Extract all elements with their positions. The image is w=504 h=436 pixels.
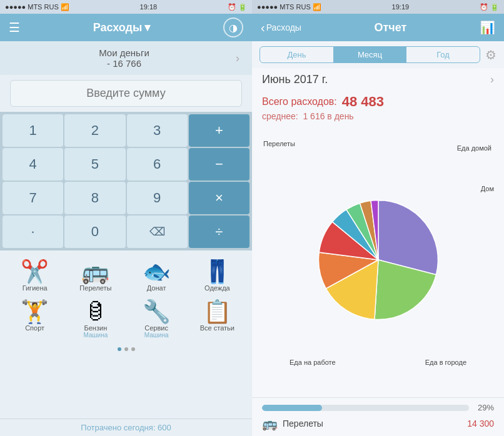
- clock-button[interactable]: ◑: [223, 17, 243, 37]
- numpad-btn-8[interactable]: 8: [64, 182, 125, 214]
- alarm-icon: ⏰: [228, 3, 236, 11]
- time-left: 19:18: [140, 3, 158, 11]
- spent-today: Потрачено сегодня: 600: [10, 423, 242, 432]
- back-button[interactable]: ‹ Расходы: [261, 21, 301, 35]
- categories-section: ✂️ Гигиена 🚌 Перелеты 🐟 Донат 👖 Одежда 🏋…: [0, 250, 252, 419]
- label-perelets: Перелеты: [263, 140, 295, 147]
- avg-amount: 1 616 в день: [303, 111, 353, 121]
- balance-section[interactable]: Мои деньги - 16 766 ›: [0, 41, 252, 75]
- numpad-btn-⌫[interactable]: ⌫: [127, 216, 188, 248]
- menu-icon[interactable]: ☰: [9, 20, 20, 35]
- status-bar-right: ●●●●● MTS RUS 📶 19:19 ⏰ 🔋: [252, 0, 504, 14]
- carrier-left: MTS RUS: [28, 3, 59, 11]
- tabs-bar: ДеньМесяцГод ⚙: [252, 41, 504, 68]
- category-item-Спорт[interactable]: 🏋 Спорт: [5, 297, 64, 342]
- balance-line1: Мои деньги: [13, 47, 236, 58]
- category-item-Одежда[interactable]: 👖 Одежда: [188, 257, 247, 295]
- category-item-Донат[interactable]: 🐟 Донат: [127, 257, 186, 295]
- category-item-Перелеты[interactable]: 🚌 Перелеты: [66, 257, 125, 295]
- label-eda-rabota: Еда на работе: [290, 359, 336, 366]
- legend-label: Перелеты: [283, 419, 462, 429]
- label-eda-domoy: Еда домой: [457, 144, 491, 152]
- tab-день[interactable]: День: [260, 47, 333, 62]
- legend-bus-icon: 🚌: [262, 416, 278, 431]
- categories-grid: ✂️ Гигиена 🚌 Перелеты 🐟 Донат 👖 Одежда 🏋…: [0, 254, 252, 345]
- wifi-icon-right: 📶: [313, 3, 321, 11]
- avg-row: среднее: 1 616 в день: [262, 111, 494, 121]
- tab-group: ДеньМесяцГод: [260, 46, 480, 63]
- numpad-btn-0[interactable]: 0: [64, 216, 125, 248]
- settings-icon[interactable]: ⚙: [485, 47, 496, 62]
- battery-icon-left: 🔋: [238, 3, 247, 11]
- category-item-Гигиена[interactable]: ✂️ Гигиена: [5, 257, 64, 295]
- numpad-btn-÷[interactable]: ÷: [189, 216, 249, 248]
- total-section: Всего расходов: 48 483 среднее: 1 616 в …: [252, 91, 504, 122]
- status-left: ●●●●● MTS RUS 📶: [5, 3, 69, 11]
- numpad-btn-1[interactable]: 1: [3, 114, 63, 147]
- back-label: Расходы: [266, 22, 301, 32]
- numpad-btn-6[interactable]: 6: [127, 148, 188, 181]
- status-right-left: ⏰ 🔋: [228, 3, 247, 11]
- status-right-right: ⏰ 🔋: [480, 3, 499, 11]
- progress-bar-bg: [262, 405, 469, 411]
- bottom-section: 29% 🚌 Перелеты 14 300: [252, 397, 504, 436]
- alarm-icon-right: ⏰: [480, 3, 488, 11]
- back-chevron-icon: ‹: [261, 21, 265, 35]
- numpad-btn-×[interactable]: ×: [189, 182, 249, 214]
- category-icon: ✂️: [21, 260, 49, 283]
- report-title: Отчет: [306, 21, 475, 34]
- balance-line2: - 16 766: [13, 58, 236, 69]
- label-dom: Дом: [481, 185, 494, 192]
- category-item-Все-статьи[interactable]: 📋 Все статьи: [188, 297, 247, 342]
- tab-месяц[interactable]: Месяц: [333, 47, 406, 62]
- numpad-btn-4[interactable]: 4: [3, 148, 63, 181]
- carrier-right: MTS RUS: [280, 3, 311, 11]
- total-label: Всего расходов:: [262, 96, 337, 107]
- total-amount: 48 483: [342, 94, 384, 110]
- left-panel: ●●●●● MTS RUS 📶 19:18 ⏰ 🔋 ☰ Расходы ▾ ◑ …: [0, 0, 252, 436]
- period-label: Июнь 2017 г.: [262, 73, 328, 86]
- amount-input[interactable]: [10, 80, 242, 107]
- category-icon: 🔧: [143, 300, 171, 323]
- numpad-btn-·[interactable]: ·: [3, 216, 63, 248]
- status-left-right: ●●●●● MTS RUS 📶: [257, 3, 321, 11]
- numpad-btn-7[interactable]: 7: [3, 182, 63, 214]
- category-icon: 📋: [203, 300, 231, 323]
- legend-item: 🚌 Перелеты 14 300: [262, 416, 494, 431]
- tab-год[interactable]: Год: [406, 47, 480, 62]
- legend-amount: 14 300: [467, 419, 494, 429]
- category-label: Донат: [147, 284, 166, 292]
- balance-chevron: ›: [236, 52, 239, 65]
- input-area: [0, 75, 252, 112]
- avg-label: среднее:: [262, 111, 298, 121]
- numpad-btn-3[interactable]: 3: [127, 114, 188, 147]
- page-dots: [0, 345, 252, 354]
- signal-dots: ●●●●●: [5, 3, 26, 11]
- page-dot: [118, 347, 121, 351]
- pie-chart: [313, 194, 444, 325]
- numpad-btn-+[interactable]: +: [189, 114, 249, 147]
- category-icon: 🐟: [143, 260, 171, 283]
- status-bar-left: ●●●●● MTS RUS 📶 19:18 ⏰ 🔋: [0, 0, 252, 14]
- bar-chart-icon[interactable]: 📊: [480, 20, 495, 35]
- progress-pct: 29%: [474, 403, 494, 412]
- numpad-btn-2[interactable]: 2: [64, 114, 125, 147]
- period-chevron[interactable]: ›: [490, 73, 494, 86]
- title-arrow[interactable]: ▾: [144, 21, 150, 34]
- numpad-btn-5[interactable]: 5: [64, 148, 125, 181]
- right-header: ‹ Расходы Отчет 📊: [252, 14, 504, 41]
- category-sublabel: Машина: [84, 332, 108, 339]
- category-icon: 👖: [203, 260, 231, 283]
- category-icon: 🏋: [21, 300, 49, 323]
- progress-bar-fill: [262, 405, 322, 411]
- category-icon: 🚌: [81, 260, 109, 283]
- numpad-btn-−[interactable]: −: [189, 148, 249, 181]
- numpad-btn-9[interactable]: 9: [127, 182, 188, 214]
- period-row: Июнь 2017 г. ›: [252, 68, 504, 91]
- spent-label: Потрачено сегодня:: [81, 423, 155, 432]
- progress-row: 29%: [262, 403, 494, 412]
- category-item-Бензин[interactable]: 🛢 Бензин Машина: [66, 297, 125, 342]
- category-item-Сервис[interactable]: 🔧 Сервис Машина: [127, 297, 186, 342]
- battery-icon-right: 🔋: [490, 3, 499, 11]
- category-label: Бензин: [84, 324, 108, 332]
